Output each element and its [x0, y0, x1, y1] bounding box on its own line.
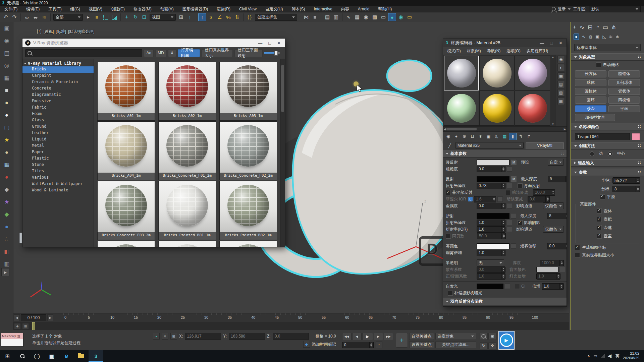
redo-icon[interactable]: ↷	[10, 13, 18, 21]
panel-tab-icon[interactable]: ⊟	[588, 24, 592, 31]
sample-slot[interactable]	[515, 56, 550, 90]
material-card[interactable]: Bricks_Painted_B02_1m	[219, 181, 277, 240]
maxscript-mini-listener[interactable]: MAXScript 迷	[1, 333, 23, 347]
sample-option-icon[interactable]: ◐	[557, 64, 565, 71]
trackbar-icon-b[interactable]: ▦	[22, 323, 29, 329]
self-illum-map-button[interactable]	[505, 284, 510, 289]
match-case-button[interactable]: Aa	[144, 49, 154, 57]
edge-radio[interactable]	[590, 152, 594, 156]
back-reflect-checkbox[interactable]	[518, 183, 523, 188]
material-tool-icon[interactable]: ↱	[525, 133, 533, 140]
object-name-field[interactable]: Teapot001	[575, 133, 630, 140]
menu-item[interactable]: 帮助(H)	[374, 6, 396, 12]
3ds-max-taskbar-icon[interactable]: 3	[89, 350, 103, 362]
part-checkbox[interactable]	[597, 234, 602, 239]
track-bar[interactable]: ◆ ▦	[13, 322, 569, 330]
sample-slot[interactable]	[479, 91, 515, 126]
category-icon[interactable]: ∿	[582, 34, 586, 39]
dim-falloff-spinner[interactable]: 0.0	[528, 196, 550, 202]
zoom-region-icon[interactable]: ▣	[488, 333, 496, 340]
text-plus-button[interactable]: 加强型文本	[575, 114, 615, 121]
left-toolbar-icon[interactable]: ◉	[0, 35, 13, 47]
absolute-mode-icon[interactable]: ⊞	[170, 333, 177, 340]
render-last-icon[interactable]: ◉	[397, 13, 405, 21]
z-coordinate-field[interactable]: 0.0	[273, 333, 309, 340]
primitive-button[interactable]: 四棱锥	[608, 97, 640, 104]
menu-item[interactable]: Civil View	[235, 6, 261, 12]
library-category[interactable]: Various	[22, 175, 94, 181]
rendered-frame-icon[interactable]: ▭	[379, 13, 387, 21]
use-selection-center-icon[interactable]: ↑	[186, 13, 194, 21]
primitive-button[interactable]: 几何球体	[608, 79, 640, 86]
prev-frame-button[interactable]: ◀	[14, 314, 20, 321]
eyedropper-icon[interactable]: ╱	[446, 142, 453, 149]
dim-distance-spinner[interactable]: 100.0	[533, 189, 555, 196]
sample-option-icon[interactable]: ▨	[557, 89, 565, 97]
library-category[interactable]: Fabric	[22, 105, 94, 111]
left-toolbar-icon[interactable]: ■	[0, 84, 13, 97]
mirror-icon[interactable]: ⋈	[302, 13, 310, 21]
time-slider-caret[interactable]	[32, 322, 35, 330]
left-toolbar-icon[interactable]: ◆	[0, 183, 13, 196]
recorder-overlay-badge[interactable]: ▶	[498, 331, 515, 350]
left-toolbar-icon[interactable]: ▦	[0, 72, 13, 84]
add-time-tag[interactable]: 添加时间标记	[312, 342, 336, 347]
compensate-exposure-checkbox[interactable]	[448, 291, 453, 296]
render-setup-icon[interactable]: ▩	[371, 13, 379, 21]
reflect-map-button[interactable]: M	[511, 176, 517, 182]
open-editor-button[interactable]: 打开编辑器	[178, 49, 200, 57]
triplanar-button[interactable]: 使用三平面映射	[234, 49, 263, 57]
snap-3d-icon[interactable]: 3	[207, 13, 215, 21]
autogrid-checkbox[interactable]	[596, 62, 601, 67]
material-tool-icon[interactable]: ●	[452, 133, 460, 140]
segments-spinner[interactable]: 8	[612, 186, 640, 192]
play-button[interactable]: ▶	[362, 333, 373, 340]
left-toolbar-icon[interactable]: ∴	[0, 233, 13, 245]
library-category[interactable]: Tiles	[22, 168, 94, 175]
library-root[interactable]: V-Ray Material Library	[22, 60, 94, 66]
library-category[interactable]: Carpaint	[22, 73, 94, 79]
library-category[interactable]: Wood & Laminate	[22, 187, 94, 194]
set-keys-button[interactable]: +	[396, 333, 408, 348]
material-tool-icon[interactable]: ⊕	[461, 133, 468, 140]
light-mult-spinner[interactable]: 1.0	[536, 273, 560, 280]
category-icon[interactable]: ∗	[615, 34, 619, 39]
ior-map-button[interactable]	[507, 227, 512, 232]
panel-tab-icon[interactable]: ⋔	[611, 24, 616, 31]
login-dropdown[interactable]: 登录	[552, 6, 571, 12]
edge-icon[interactable]: e	[59, 350, 74, 362]
abbe-spinner[interactable]: 50.0	[477, 233, 506, 239]
search-box[interactable]	[25, 49, 142, 57]
material-card[interactable]: Bricks_Concrete_F01_2m	[158, 121, 216, 180]
taskbar-clock[interactable]: 21:02 2020/8/25	[623, 351, 639, 361]
library-category[interactable]: Metal	[22, 143, 94, 149]
refract-map-button[interactable]	[511, 213, 516, 219]
left-toolbar-icon[interactable]: ●	[0, 146, 13, 159]
category-icon[interactable]: ◍	[589, 34, 592, 39]
menu-item[interactable]: 文件(F)	[0, 6, 22, 12]
browser-scrollbar[interactable]	[280, 59, 285, 247]
reference-coordinate-dropdown[interactable]: 视图	[150, 14, 176, 21]
material-tool-icon[interactable]: ▣	[485, 133, 492, 140]
tray-app-icon[interactable]: ▭	[593, 354, 597, 358]
viewport-menu-standard[interactable]: [标准]	[56, 29, 66, 35]
name-color-rollout[interactable]: 名称和颜色∷	[571, 123, 644, 130]
material-card[interactable]: Bricks_A03_1m	[219, 62, 277, 121]
parameters-rollout[interactable]: 参数∷	[571, 169, 644, 176]
spinner-snap-icon[interactable]: ⇅	[233, 13, 241, 21]
select-link-icon[interactable]: ∞	[23, 13, 31, 21]
primitive-button[interactable]: 管状体	[608, 88, 640, 95]
primitive-button[interactable]: 圆锥体	[608, 70, 640, 77]
fog-bias-spinner[interactable]: 0.0	[547, 243, 567, 249]
scale-icon[interactable]: ⊡	[140, 13, 148, 21]
cortana-icon[interactable]: ◯	[30, 350, 44, 362]
menu-item[interactable]: 模式(D)	[444, 48, 464, 54]
category-icon[interactable]: ▣	[595, 34, 599, 39]
library-category[interactable]: Leather	[22, 130, 94, 136]
primitive-button[interactable]: 圆环	[575, 97, 606, 104]
time-config-icon[interactable]: ◔	[376, 342, 382, 348]
category-icon[interactable]: ◺	[602, 34, 606, 39]
category-icon[interactable]: ≋	[609, 34, 612, 39]
keyboard-entry-rollout[interactable]: 键盘输入∷	[571, 159, 644, 167]
current-frame-spinner[interactable]: 0	[342, 342, 374, 348]
